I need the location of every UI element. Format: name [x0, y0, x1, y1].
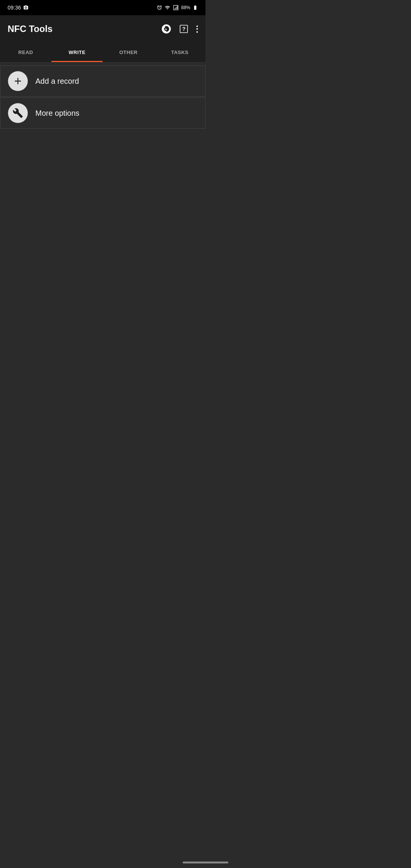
main-content: Add a record More options — [0, 62, 206, 132]
wrench-icon — [13, 108, 23, 118]
tab-other[interactable]: OTHER — [103, 43, 154, 62]
signal-icon — [173, 5, 179, 10]
three-dots-icon[interactable] — [196, 26, 198, 33]
more-options-icon-circle — [8, 103, 28, 123]
svg-text:?: ? — [182, 26, 186, 32]
tab-write[interactable]: WRITE — [51, 43, 103, 62]
tabs-bar: READ WRITE OTHER TASKS — [0, 43, 206, 62]
add-record-item[interactable]: Add a record — [0, 65, 206, 97]
time-text: 09:36 — [8, 5, 21, 11]
add-record-icon-circle — [8, 71, 28, 91]
status-bar: 09:36 88% — [0, 0, 206, 15]
tab-tasks[interactable]: TASKS — [154, 43, 206, 62]
app-bar-actions: ? — [161, 24, 198, 34]
help-icon[interactable]: ? — [179, 24, 189, 34]
app-bar: NFC Tools ? — [0, 15, 206, 43]
app-title: NFC Tools — [8, 24, 53, 34]
battery-icon — [193, 5, 198, 10]
add-record-label: Add a record — [35, 77, 79, 86]
tab-read[interactable]: READ — [0, 43, 51, 62]
alarm-icon — [157, 5, 162, 10]
battery-text: 88% — [181, 5, 190, 10]
screenshot-icon — [23, 5, 29, 10]
more-options-item[interactable]: More options — [0, 97, 206, 129]
status-time: 09:36 — [8, 5, 29, 11]
plus-icon — [13, 76, 23, 86]
status-icons: 88% — [157, 5, 198, 10]
nfc-icon[interactable] — [161, 24, 171, 34]
wifi-icon — [164, 5, 170, 10]
overflow-menu-icon[interactable] — [196, 26, 198, 33]
more-options-label: More options — [35, 109, 80, 118]
